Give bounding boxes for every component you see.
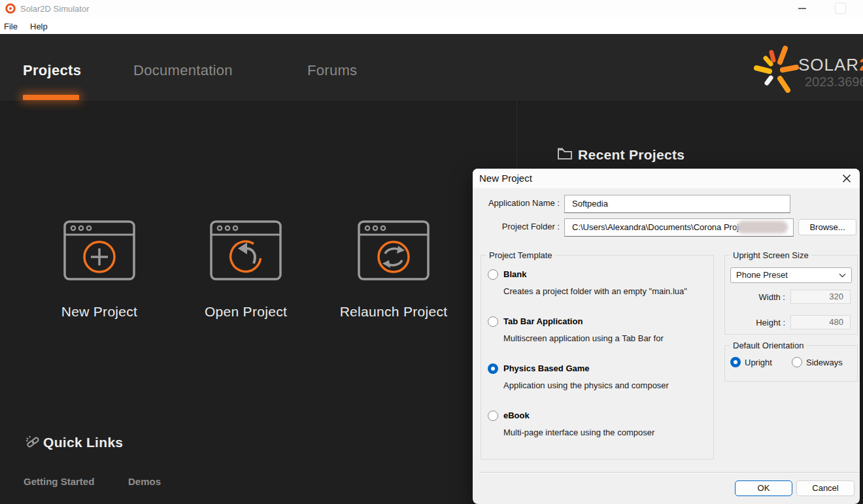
folder-icon [557,146,573,161]
tab-documentation[interactable]: Documentation [133,62,233,79]
quick-links-header: Quick Links [25,434,41,453]
chain-link-icon [25,434,41,450]
menu-file[interactable]: File [0,20,22,33]
open-project-card[interactable]: Open Project [174,220,318,320]
preset-value: Phone Preset [736,270,788,280]
top-nav: Projects Documentation Forums SOLAR2D 20… [0,34,863,102]
radio-sideways-label[interactable]: Sideways [806,358,852,367]
wordmark-accent: 2D [859,55,863,75]
window-title: Solar2D Simulator [20,4,90,14]
minimize-button[interactable] [798,8,806,9]
screen-size-group: Upright Screen Size Phone Preset Width :… [724,255,858,335]
new-project-icon [63,220,135,280]
dialog-titlebar: New Project [473,169,860,188]
radio-ebook-desc: Multi-page interface using the composer [503,428,654,437]
solar2d-logo-starburst-icon [753,44,800,95]
radio-tab-bar-label[interactable]: Tab Bar Application [503,316,583,326]
solar2d-app-icon [5,3,16,14]
radio-physics-game-label[interactable]: Physics Based Game [503,363,590,373]
radio-blank-label[interactable]: Blank [503,269,526,279]
app-version: 2023.3696 [805,75,863,90]
width-input[interactable]: 320 [790,290,851,304]
redaction-blur [737,221,788,233]
relaunch-project-card[interactable]: Relaunch Project [322,220,465,320]
recent-projects-title: Recent Projects [578,147,685,163]
link-getting-started[interactable]: Getting Started [24,476,94,487]
menu-help[interactable]: Help [26,20,52,33]
dialog-separator [479,472,860,473]
new-project-label: New Project [27,304,171,320]
quick-links-title: Quick Links [43,435,123,450]
active-tab-underline [23,95,79,100]
menubar: File Help [0,18,863,34]
os-titlebar: Solar2D Simulator [0,0,863,18]
new-project-card[interactable]: New Project [27,220,171,320]
ok-button[interactable]: OK [735,480,792,496]
project-folder-label: Project Folder : [473,222,560,231]
orientation-group: Default Orientation Upright Sideways [724,345,858,382]
height-input[interactable]: 480 [790,315,851,329]
recent-projects-header: Recent Projects [557,146,573,165]
screen-size-group-title: Upright Screen Size [730,250,811,260]
radio-ebook-label[interactable]: eBook [503,411,530,420]
open-project-label: Open Project [174,304,318,320]
radio-physics-game[interactable] [488,363,498,374]
open-project-icon [210,220,282,280]
screen: Solar2D Simulator File Help Projects Doc… [0,0,863,504]
relaunch-project-label: Relaunch Project [322,304,465,320]
chevron-down-icon [839,273,846,278]
orientation-group-title: Default Orientation [730,341,806,350]
project-template-group-title: Project Template [486,250,555,260]
tab-forums[interactable]: Forums [307,62,357,79]
application-name-label: Application Name : [473,198,560,208]
new-project-dialog: New Project Application Name : Softpedia… [473,169,860,504]
relaunch-project-icon [358,220,430,280]
radio-tab-bar-desc: Multiscreen application using a Tab Bar … [503,333,664,343]
radio-ebook[interactable] [488,411,498,421]
wordmark-main: SOLAR [798,55,859,75]
maximize-button[interactable] [835,3,846,14]
dialog-close-icon[interactable] [841,173,852,184]
solar2d-wordmark: SOLAR2D [798,55,863,75]
width-label: Width : [745,292,785,302]
browse-button[interactable]: Browse... [798,219,856,235]
tab-projects[interactable]: Projects [23,62,81,79]
radio-blank-desc: Creates a project folder with an empty "… [503,286,687,296]
project-folder-input[interactable]: C:\Users\Alexandra\Documents\Corona Proj… [564,218,794,237]
height-label: Height : [745,318,785,328]
radio-physics-game-desc: Application using the physics and compos… [503,380,669,390]
preset-dropdown[interactable]: Phone Preset [730,267,852,283]
project-template-group: Project Template Blank Creates a project… [481,255,714,460]
project-folder-value: C:\Users\Alexandra\Documents\Corona Proj… [572,222,762,232]
radio-tab-bar[interactable] [488,316,498,327]
radio-upright-label[interactable]: Upright [745,358,784,367]
cancel-button[interactable]: Cancel [796,480,855,496]
dialog-title: New Project [479,173,532,184]
application-name-input[interactable]: Softpedia [564,195,790,213]
radio-sideways[interactable] [792,357,802,367]
link-demos[interactable]: Demos [128,476,161,487]
radio-blank[interactable] [488,269,498,280]
radio-upright[interactable] [730,357,741,367]
